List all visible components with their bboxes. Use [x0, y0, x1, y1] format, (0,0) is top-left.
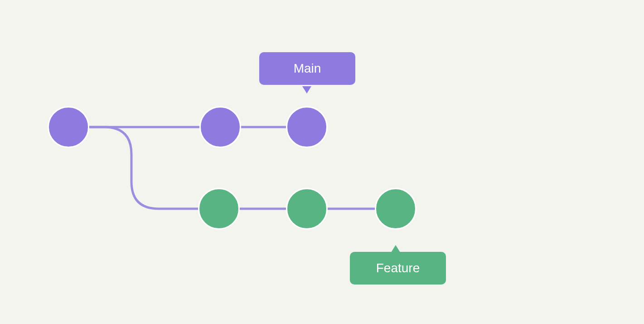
branch-label-feature-text: Feature [376, 261, 420, 275]
branch-pointer-main [302, 86, 311, 93]
commit-main-2 [199, 106, 241, 148]
commit-main-1 [48, 106, 89, 148]
branch-label-main-text: Main [294, 61, 321, 75]
commit-main-3 [286, 106, 328, 148]
commit-feature-3 [375, 188, 416, 230]
branch-label-main: Main [259, 52, 355, 85]
branch-label-feature: Feature [350, 252, 446, 285]
git-branch-diagram: Main Feature [0, 0, 644, 324]
branch-connectors [0, 0, 644, 324]
commit-feature-2 [286, 188, 328, 230]
commit-feature-1 [198, 188, 240, 230]
branch-pointer-feature [391, 245, 400, 252]
